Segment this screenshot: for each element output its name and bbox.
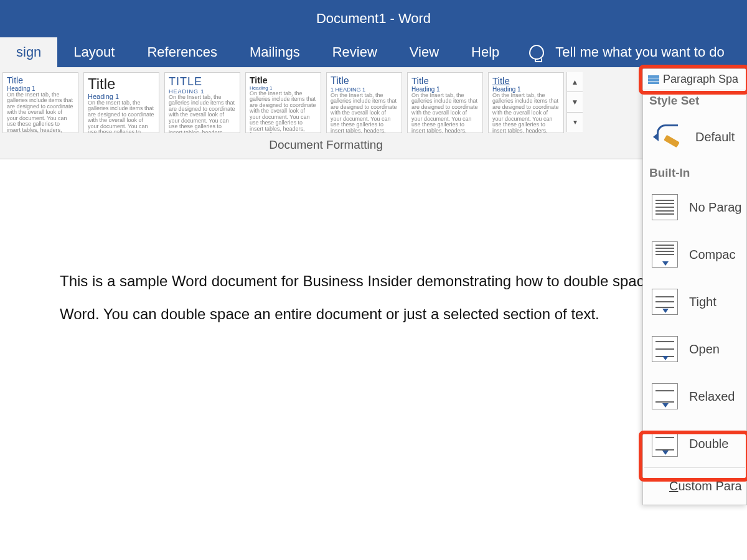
style-thumb-1[interactable]: Title Heading 1 On the Insert tab, the g… [83, 72, 159, 133]
tab-layout[interactable]: Layout [57, 37, 131, 67]
spacing-option-default[interactable]: Default [643, 111, 746, 162]
tab-references[interactable]: References [131, 37, 233, 67]
style-thumb-body: On the Insert tab, the galleries include… [492, 93, 560, 133]
reset-icon [652, 122, 684, 152]
spacing-option-label: Default [695, 130, 735, 144]
spacing-option-label: Compac [689, 248, 735, 262]
style-thumb-title: Title [492, 75, 560, 86]
spacing-option-label: Double [689, 437, 728, 451]
style-thumb-body: On the Insert tab, the galleries include… [331, 93, 398, 133]
style-thumb-body: On the Insert tab, the galleries include… [169, 95, 236, 133]
spacing-icon-tight [652, 289, 678, 315]
style-thumb-title: Title [88, 75, 155, 93]
style-thumb-5[interactable]: Title Heading 1 On the Insert tab, the g… [407, 72, 483, 133]
dropdown-section-style-set: Style Set [643, 90, 746, 111]
paragraph-spacing-header[interactable]: Paragraph Spa [643, 69, 746, 90]
gallery-scroll-down-icon[interactable]: ▼ [567, 92, 583, 112]
style-thumb-title: Title [411, 75, 479, 86]
style-thumb-2[interactable]: TITLE HEADING 1 On the Insert tab, the g… [164, 72, 240, 133]
style-thumb-4[interactable]: Title 1 HEADING 1 On the Insert tab, the… [326, 72, 402, 133]
style-thumb-3[interactable]: Title Heading 1 On the Insert tab, the g… [245, 72, 321, 133]
gallery-scroll: ▲ ▼ ▾ [566, 72, 583, 132]
tab-view[interactable]: View [393, 37, 455, 67]
paragraph-spacing-dropdown: Paragraph Spa Style Set Default Built-In… [642, 68, 747, 505]
spacing-icon-compact [652, 241, 678, 268]
spacing-option-custom[interactable]: Custom Para [643, 468, 746, 505]
dropdown-section-built-in: Built-In [643, 162, 746, 184]
style-thumb-body: On the Insert tab, the galleries include… [250, 91, 317, 133]
style-thumb-6[interactable]: Title Heading 1 On the Insert tab, the g… [488, 72, 564, 133]
spacing-option-label: ustom Para [678, 479, 741, 493]
spacing-icon-none [652, 194, 678, 220]
tab-help[interactable]: Help [455, 37, 515, 67]
style-set-gallery: Title Heading 1 On the Insert tab, the g… [0, 71, 652, 134]
style-thumb-body: On the Insert tab, the galleries include… [411, 93, 479, 133]
style-thumb-0[interactable]: Title Heading 1 On the Insert tab, the g… [2, 72, 78, 133]
spacing-option-compact[interactable]: Compac [643, 231, 746, 278]
lightbulb-icon [529, 45, 544, 60]
spacing-option-double[interactable]: Double [643, 420, 746, 467]
document-formatting-group: Title Heading 1 On the Insert tab, the g… [0, 67, 652, 159]
tell-me-search[interactable]: Tell me what you want to do [515, 37, 724, 67]
spacing-option-relaxed[interactable]: Relaxed [643, 373, 746, 420]
gallery-scroll-up-icon[interactable]: ▲ [567, 72, 583, 92]
ribbon-tabs: sign Layout References Mailings Review V… [0, 37, 747, 67]
style-thumb-title: Title [7, 75, 74, 85]
paragraph-spacing-label: Paragraph Spa [663, 73, 738, 86]
tab-mailings[interactable]: Mailings [233, 37, 316, 67]
spacing-option-label: No Parag [689, 200, 742, 215]
style-thumb-title: TITLE [169, 75, 236, 88]
title-bar: Document1 - Word [0, 0, 747, 37]
spacing-icon-double [652, 431, 678, 457]
style-thumb-title: Title [331, 75, 398, 86]
style-thumb-body: On the Insert tab, the galleries include… [88, 100, 155, 133]
spacing-option-label: Relaxed [689, 390, 735, 404]
spacing-icon-open [652, 336, 678, 362]
spacing-option-tight[interactable]: Tight [643, 278, 746, 325]
document-page[interactable]: This is a sample Word document for Busin… [0, 159, 747, 560]
tab-design[interactable]: sign [0, 37, 57, 67]
group-label-document-formatting: Document Formatting [0, 134, 652, 154]
paragraph-spacing-icon [648, 75, 659, 84]
window-title: Document1 - Word [316, 11, 431, 27]
spacing-icon-relaxed [652, 383, 678, 409]
spacing-option-no-paragraph[interactable]: No Parag [643, 184, 746, 231]
style-thumb-title: Title [250, 75, 317, 85]
spacing-option-open[interactable]: Open [643, 325, 746, 373]
tell-me-label: Tell me what you want to do [555, 44, 724, 60]
style-thumb-body: On the Insert tab, the galleries include… [7, 92, 74, 133]
spacing-option-label: Tight [689, 295, 716, 309]
ribbon-body: Title Heading 1 On the Insert tab, the g… [0, 67, 747, 159]
tab-review[interactable]: Review [316, 37, 393, 67]
spacing-option-label: Open [689, 342, 720, 357]
gallery-expand-icon[interactable]: ▾ [567, 113, 583, 132]
